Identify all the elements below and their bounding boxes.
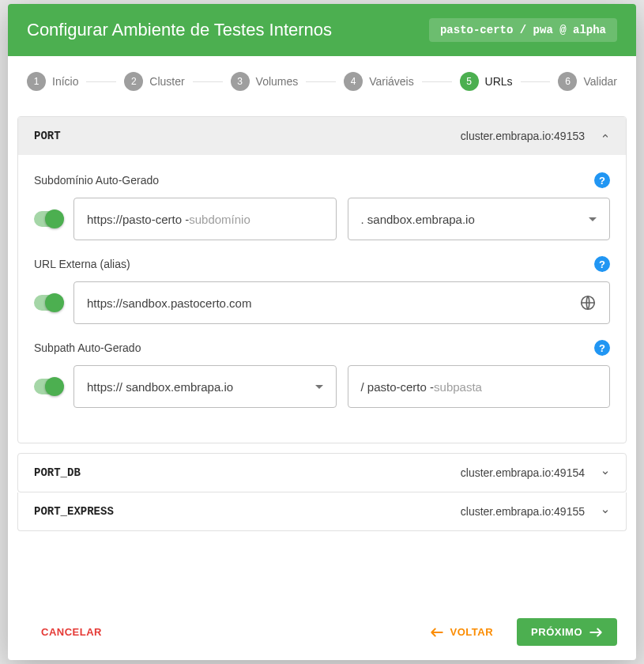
step-label: Variáveis bbox=[369, 75, 414, 88]
panel-host: cluster.embrapa.io:49155 bbox=[461, 505, 585, 518]
step-divider bbox=[306, 81, 336, 82]
step-number: 5 bbox=[460, 72, 479, 91]
back-button[interactable]: VOLTAR bbox=[416, 618, 508, 646]
step-divider bbox=[86, 81, 116, 82]
panel-port-express: PORT_EXPRESS cluster.embrapa.io:49155 bbox=[17, 492, 627, 531]
step-label: Início bbox=[52, 75, 78, 88]
step-divider bbox=[422, 81, 452, 82]
input-prefix: / pasto-certo - bbox=[361, 380, 435, 394]
stepper: 1 Início 2 Cluster 3 Volumes 4 Variáveis… bbox=[8, 56, 636, 107]
chevron-down-icon bbox=[315, 385, 323, 389]
panel-port-express-header[interactable]: PORT_EXPRESS cluster.embrapa.io:49155 bbox=[18, 492, 626, 530]
subdomain-domain-select[interactable]: . sandbox.embrapa.io bbox=[348, 198, 611, 240]
panel-port-db: PORT_DB cluster.embrapa.io:49154 bbox=[17, 453, 627, 492]
step-number: 1 bbox=[27, 72, 46, 91]
step-label: Cluster bbox=[149, 75, 184, 88]
panel-port-header[interactable]: PORT cluster.embrapa.io:49153 bbox=[18, 117, 626, 155]
field-subdomain: Subdomínio Auto-Gerado ? https://pasto-c… bbox=[34, 172, 610, 240]
dialog-footer: CANCELAR VOLTAR PRÓXIMO bbox=[8, 604, 636, 660]
arrow-left-icon bbox=[430, 627, 444, 638]
select-value: . sandbox.embrapa.io bbox=[361, 213, 475, 226]
step-divider bbox=[521, 81, 551, 82]
button-label: PRÓXIMO bbox=[531, 626, 582, 638]
button-label: CANCELAR bbox=[41, 626, 102, 638]
panel-host: cluster.embrapa.io:49154 bbox=[461, 466, 585, 479]
input-placeholder: subpasta bbox=[434, 380, 482, 394]
panel-port-db-header[interactable]: PORT_DB cluster.embrapa.io:49154 bbox=[18, 454, 626, 492]
panel-port: PORT cluster.embrapa.io:49153 Subdomínio… bbox=[17, 116, 627, 443]
step-number: 4 bbox=[344, 72, 363, 91]
step-cluster[interactable]: 2 Cluster bbox=[124, 72, 184, 91]
step-label: Validar bbox=[583, 75, 617, 88]
step-label: Volumes bbox=[256, 75, 299, 88]
step-label: URLs bbox=[485, 75, 513, 88]
field-label: Subdomínio Auto-Gerado bbox=[34, 174, 159, 187]
select-value: https:// sandbox.embrapa.io bbox=[87, 380, 233, 394]
step-volumes[interactable]: 3 Volumes bbox=[231, 72, 299, 91]
subdomain-input[interactable]: https://pasto-certo - subdomínio bbox=[73, 198, 337, 240]
panel-port-body: Subdomínio Auto-Gerado ? https://pasto-c… bbox=[18, 155, 626, 443]
subpath-base-select[interactable]: https:// sandbox.embrapa.io bbox=[73, 365, 337, 408]
arrow-right-icon bbox=[589, 627, 603, 638]
step-validar[interactable]: 6 Validar bbox=[558, 72, 617, 91]
external-toggle[interactable] bbox=[34, 295, 62, 311]
panel-title: PORT_EXPRESS bbox=[34, 505, 114, 518]
chevron-up-icon bbox=[601, 131, 610, 141]
step-number: 3 bbox=[231, 72, 250, 91]
next-button[interactable]: PRÓXIMO bbox=[517, 618, 617, 646]
input-prefix: https://pasto-certo - bbox=[87, 213, 189, 226]
globe-icon bbox=[579, 294, 597, 311]
panel-host: cluster.embrapa.io:49153 bbox=[461, 130, 585, 142]
help-icon[interactable]: ? bbox=[594, 340, 610, 356]
breadcrumb: pasto-certo / pwa @ alpha bbox=[429, 18, 617, 42]
field-external-url: URL Externa (alias) ? https:// sandbox.p… bbox=[34, 256, 610, 324]
step-divider bbox=[193, 81, 223, 82]
button-label: VOLTAR bbox=[450, 626, 494, 638]
step-variaveis[interactable]: 4 Variáveis bbox=[344, 72, 414, 91]
field-label: URL Externa (alias) bbox=[34, 258, 130, 270]
step-number: 6 bbox=[558, 72, 577, 91]
help-icon[interactable]: ? bbox=[594, 256, 610, 272]
external-url-input[interactable]: https:// sandbox.pastocerto.com bbox=[73, 281, 610, 324]
chevron-down-icon bbox=[601, 507, 610, 516]
dialog-title: Configurar Ambiente de Testes Internos bbox=[27, 20, 332, 40]
subdomain-toggle[interactable] bbox=[34, 211, 62, 227]
field-subpath: Subpath Auto-Gerado ? https:// sandbox.e… bbox=[34, 340, 610, 408]
chevron-down-icon bbox=[589, 217, 597, 221]
input-value: sandbox.pastocerto.com bbox=[122, 296, 251, 310]
panel-title: PORT_DB bbox=[34, 466, 81, 479]
input-prefix: https:// bbox=[87, 296, 122, 310]
chevron-down-icon bbox=[601, 468, 610, 477]
help-icon[interactable]: ? bbox=[594, 172, 610, 188]
cancel-button[interactable]: CANCELAR bbox=[27, 618, 116, 646]
step-number: 2 bbox=[124, 72, 143, 91]
panel-title: PORT bbox=[34, 130, 61, 142]
step-urls[interactable]: 5 URLs bbox=[460, 72, 513, 91]
step-inicio[interactable]: 1 Início bbox=[27, 72, 78, 91]
input-placeholder: subdomínio bbox=[189, 213, 250, 226]
subpath-toggle[interactable] bbox=[34, 379, 62, 394]
subpath-input[interactable]: / pasto-certo - subpasta bbox=[348, 365, 611, 408]
dialog-header: Configurar Ambiente de Testes Internos p… bbox=[8, 4, 636, 56]
field-label: Subpath Auto-Gerado bbox=[34, 341, 141, 354]
dialog-content: PORT cluster.embrapa.io:49153 Subdomínio… bbox=[8, 107, 636, 604]
dialog-configure-environment: Configurar Ambiente de Testes Internos p… bbox=[8, 4, 636, 660]
